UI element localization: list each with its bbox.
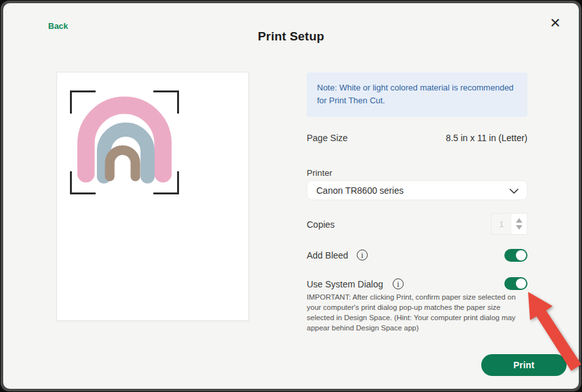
copies-stepper-arrows xyxy=(511,214,527,234)
copies-label: Copies xyxy=(307,219,335,230)
toggle-knob xyxy=(516,278,526,289)
stepper-down-icon[interactable] xyxy=(516,225,522,230)
print-preview-panel xyxy=(56,72,249,321)
crop-mark-top-left xyxy=(70,90,96,114)
stepper-up-icon[interactable] xyxy=(516,218,522,223)
crop-mark-bottom-left xyxy=(70,171,96,194)
print-button[interactable]: Print xyxy=(481,354,567,376)
toggle-knob xyxy=(516,250,526,260)
page-title: Print Setup xyxy=(3,30,579,44)
use-system-dialog-label: Use System Dialog xyxy=(307,279,383,289)
print-setup-dialog: Back Print Setup ✕ Note: White or light … xyxy=(3,3,579,389)
printer-label: Printer xyxy=(307,168,332,178)
use-system-dialog-info-icon[interactable]: i xyxy=(393,278,404,289)
crop-mark-bottom-right xyxy=(153,171,179,194)
add-bleed-toggle[interactable] xyxy=(504,249,527,262)
material-note: Note: White or light colored material is… xyxy=(307,72,527,117)
important-note: IMPORTANT: After clicking Print, confirm… xyxy=(307,292,529,333)
chevron-down-icon xyxy=(509,189,518,194)
use-system-dialog-toggle[interactable] xyxy=(504,277,527,290)
add-bleed-info-icon[interactable]: i xyxy=(357,250,368,260)
printer-dropdown[interactable]: Canon TR8600 series xyxy=(307,180,527,200)
page-size-label: Page Size xyxy=(307,133,348,143)
printer-selected-option: Canon TR8600 series xyxy=(316,185,404,196)
add-bleed-label: Add Bleed xyxy=(307,250,348,260)
copies-value: 1 xyxy=(492,214,511,234)
copies-stepper[interactable]: 1 xyxy=(491,213,527,235)
close-icon[interactable]: ✕ xyxy=(547,13,563,32)
page-size-value: 8.5 in x 11 in (Letter) xyxy=(446,133,527,143)
crop-mark-top-right xyxy=(153,90,179,114)
